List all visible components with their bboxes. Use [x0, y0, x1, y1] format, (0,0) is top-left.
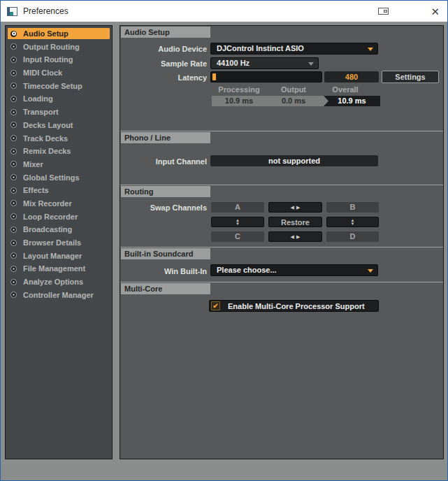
radio-icon: [10, 200, 17, 206]
chevron-down-icon: [308, 62, 314, 66]
section-header-multicore: Multi-Core: [121, 283, 210, 294]
radio-icon: [10, 227, 17, 233]
overall-value: 10.9 ms: [324, 96, 380, 106]
arrow-right-icon: ▶: [296, 234, 302, 240]
app-icon: [7, 7, 17, 16]
radio-icon: [10, 57, 17, 63]
sidebar-item-loading[interactable]: Loading: [8, 93, 110, 104]
radio-icon: [10, 187, 17, 194]
sidebar-item-track-decks[interactable]: Track Decks: [8, 133, 110, 144]
win-builtin-label: Win Built-In: [120, 267, 207, 275]
section-header-builtin-soundcard: Built-in Soundcard: [121, 248, 210, 259]
input-channel-value: not supported: [210, 155, 378, 166]
input-channel-label: Input Channel: [120, 157, 207, 166]
swap-ac-button[interactable]: ▲▼: [211, 217, 264, 227]
sidebar-item-remix-decks[interactable]: Remix Decks: [8, 145, 110, 157]
radio-icon: [10, 96, 17, 102]
sidebar-item-loop-recorder[interactable]: Loop Recorder: [8, 211, 110, 222]
swap-cd-button[interactable]: ◀▶: [268, 231, 322, 242]
multicore-checkbox-label: Enable Multi-Core Processor Support: [228, 302, 365, 310]
arrow-down-icon: ▼: [236, 222, 240, 226]
sidebar-item-input-routing[interactable]: Input Routing: [8, 54, 110, 65]
sidebar-item-output-routing[interactable]: Output Routing: [8, 41, 110, 52]
sidebar-item-timecode-setup[interactable]: Timecode Setup: [8, 80, 110, 92]
radio-icon: [10, 109, 17, 115]
output-value: 0.0 ms: [266, 96, 321, 106]
channel-b-cell: B: [326, 202, 379, 213]
audio-device-value: DJControl Instinct ASIO: [217, 44, 304, 52]
sidebar-item-global-settings[interactable]: Global Settings: [8, 172, 110, 183]
radio-icon: [10, 240, 17, 246]
radio-icon: [10, 122, 17, 128]
close-icon[interactable]: ✕: [429, 6, 441, 17]
arrow-right-icon: ▶: [296, 205, 302, 210]
main-panel: Audio Setup Audio Device DJControl Insti…: [120, 25, 444, 459]
radio-icon: [10, 161, 17, 167]
titlebar: Preferences ✕: [1, 1, 447, 22]
sidebar-item-transport[interactable]: Transport: [8, 106, 110, 117]
sidebar-item-mixer[interactable]: Mixer: [8, 159, 110, 170]
restore-button[interactable]: Restore: [268, 217, 322, 227]
swap-bd-button[interactable]: ▲▼: [326, 217, 379, 227]
radio-icon: [10, 292, 17, 298]
radio-icon: [10, 135, 17, 141]
processing-value: 10.9 ms: [212, 96, 266, 106]
swap-ab-button[interactable]: ◀▶: [268, 202, 322, 213]
sample-rate-dropdown[interactable]: 44100 Hz: [210, 57, 319, 69]
settings-button[interactable]: Settings: [382, 71, 439, 83]
radio-icon: [10, 174, 17, 180]
slider-handle[interactable]: [212, 73, 216, 80]
sidebar-item-analyze-options[interactable]: Analyze Options: [8, 276, 110, 287]
dock-window-icon[interactable]: [378, 8, 389, 15]
output-column-label: Output: [266, 85, 321, 94]
latency-label: Latency: [120, 73, 207, 82]
arrow-down-icon: ▼: [351, 222, 355, 226]
sidebar-item-effects[interactable]: Effects: [8, 185, 110, 196]
radio-icon: [10, 70, 17, 76]
window-title: Preferences: [23, 6, 68, 16]
arrow-left-icon: ◀: [291, 205, 296, 210]
sidebar-item-controller-manager[interactable]: Controller Manager: [8, 289, 110, 301]
sidebar-item-layout-manager[interactable]: Layout Manager: [8, 250, 110, 261]
sidebar-item-broadcasting[interactable]: Broadcasting: [8, 224, 110, 235]
sidebar-item-file-management[interactable]: File Management: [8, 263, 110, 274]
latency-slider[interactable]: [210, 71, 322, 82]
latency-value: 480: [324, 71, 379, 82]
checkbox-checked-icon[interactable]: ✔: [211, 301, 220, 310]
radio-icon: [10, 43, 17, 50]
section-divider: [120, 185, 443, 185]
processing-column-label: Processing: [210, 85, 268, 94]
overall-column-label: Overall: [324, 85, 366, 94]
chevron-down-icon: [368, 48, 373, 51]
sidebar: Audio Setup Output Routing Input Routing…: [5, 25, 113, 459]
preferences-window: Preferences ✕ Audio Setup Output Routing…: [0, 0, 448, 481]
win-builtin-value: Please choose...: [217, 266, 277, 274]
channel-d-cell: D: [326, 231, 379, 242]
section-divider: [120, 282, 443, 282]
radio-icon: [10, 31, 17, 37]
sidebar-item-mix-recorder[interactable]: Mix Recorder: [8, 198, 110, 209]
radio-icon: [10, 148, 17, 155]
win-builtin-dropdown[interactable]: Please choose...: [210, 264, 378, 276]
sample-rate-label: Sample Rate: [120, 59, 207, 68]
arrow-left-icon: ◀: [291, 234, 296, 240]
section-divider: [120, 247, 443, 247]
audio-device-label: Audio Device: [120, 45, 207, 53]
sidebar-item-midi-clock[interactable]: MIDI Clock: [8, 67, 110, 78]
sidebar-item-browser-details[interactable]: Browser Details: [8, 237, 110, 248]
multicore-checkbox-row[interactable]: ✔ Enable Multi-Core Processor Support: [209, 300, 379, 312]
channel-c-cell: C: [211, 231, 264, 242]
section-divider: [120, 131, 443, 131]
radio-icon: [10, 82, 17, 89]
radio-icon: [10, 213, 17, 220]
overall-value-wrap: 10.9 ms: [324, 96, 380, 106]
sidebar-item-decks-layout[interactable]: Decks Layout: [8, 120, 110, 131]
radio-icon: [10, 266, 17, 272]
latency-values-strip: 10.9 ms 0.0 ms: [212, 96, 324, 106]
channel-a-cell: A: [211, 202, 264, 213]
audio-device-dropdown[interactable]: DJControl Instinct ASIO: [210, 43, 378, 55]
chevron-down-icon: [368, 269, 373, 273]
radio-icon: [10, 279, 17, 285]
sidebar-item-audio-setup[interactable]: Audio Setup: [8, 28, 110, 39]
section-header-routing: Routing: [121, 186, 210, 197]
